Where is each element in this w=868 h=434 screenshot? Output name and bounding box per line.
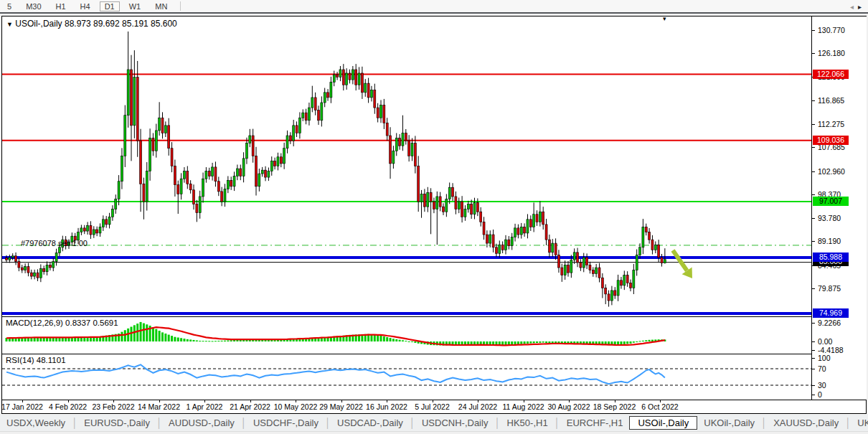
status-strip [0,431,868,434]
toolbar-separator [180,1,181,11]
axis-tick [812,100,815,101]
chart-tab-audusddaily[interactable]: AUDUSD-,Daily [162,417,241,429]
macd-scale-label: 0.00 [818,337,832,346]
price-axis-label: 93.780 [818,214,841,222]
axis-tick [812,288,815,289]
chart-symbol: USOil-,Daily [15,19,62,29]
tab-separator: │ [241,418,247,428]
rsi-scale-label: 30 [818,381,826,390]
time-axis-label: 24 Jul 2022 [458,402,497,411]
price-axis-label: 126.180 [818,49,845,57]
timeframe-button-w1[interactable]: W1 [124,1,146,11]
time-axis-label: 4 Feb 2022 [49,402,87,411]
chart-tab-eurchfh1[interactable]: EURCHF-,H1 [560,417,630,429]
time-axis-label: 6 Oct 2022 [641,402,678,411]
timeframe-button-m30[interactable]: M30 [21,1,46,11]
macd-plot [2,317,811,353]
rsi-indicator-label: RSI(14) 48.1101 [6,356,66,364]
tab-separator: │ [761,418,767,428]
open-order-label: #7976078 sell 1.00 [21,239,88,247]
rsi-line [6,364,665,384]
time-axis-label: 29 May 2022 [319,402,363,411]
chart-tab-usdcaddaily[interactable]: USDCAD-,Daily [331,417,410,429]
axis-tick [812,241,815,242]
time-axis-label: 17 Jan 2022 [1,402,43,411]
time-axis: 17 Jan 20224 Feb 202223 Feb 202214 Mar 2… [2,400,866,413]
chart-shift-marker-icon: ▾ [663,15,666,22]
level-price-badge: 74.969 [813,308,849,318]
chart-tab-bar: USDX,Weekly│EURUSD-,Daily│AUDUSD-,Daily│… [0,415,868,431]
axis-tick [812,350,815,351]
axis-tick [812,218,815,219]
rsi-scale-label: 0 [818,390,822,399]
timeframe-button-d1[interactable]: D1 [100,1,120,11]
tab-scroll-arrows: ◂▸ [850,3,866,11]
tab-scroll-left-icon[interactable]: ◂ [850,3,858,11]
time-axis-label: 16 Jun 2022 [366,402,407,411]
tab-scroll-right-icon[interactable]: ▸ [858,3,866,11]
chart-tab-usdxweekly[interactable]: USDX,Weekly [0,417,72,429]
price-axis-label: 130.770 [818,26,845,34]
price-axis-label: 89.190 [818,237,841,245]
chart-dropdown-icon[interactable]: ▼ [6,21,13,28]
price-axis-label: 112.275 [818,120,844,128]
level-price-badge: 97.007 [813,197,849,206]
chart-tab-ukoilda[interactable]: UKOil-,Da [851,417,868,429]
time-axis-label: 30 Aug 2022 [548,402,590,411]
price-axis: 130.770126.180121.590116.865112.275107.6… [811,16,867,400]
timeframe-button-h1[interactable]: H1 [51,1,71,11]
time-axis-label: 21 Apr 2022 [230,402,270,411]
chart-tab-usoildaily[interactable]: USOil-,Daily [629,416,697,430]
price-axis-label: 79.875 [818,284,841,293]
axis-tick [812,194,815,195]
timeframe-button-mn[interactable]: MN [150,1,172,11]
axis-tick [812,323,815,324]
chart-tab-hk50h1[interactable]: HK50-,H1 [501,417,555,429]
macd-indicator-label: MACD(12,26,9) 0.8337 0.5691 [6,319,118,327]
tab-separator: │ [410,418,415,428]
chart-ohlc-values: 88.973 89.692 85.191 85.600 [65,19,177,29]
rsi-scale-label: 70 [818,364,826,373]
macd-panel[interactable]: MACD(12,26,9) 0.8337 0.5691 [2,317,811,353]
axis-tick [812,124,815,125]
chart-tab-ukoildaily[interactable]: UKOil-,Daily [697,417,761,429]
down-arrow-annotation[interactable] [668,247,697,282]
timeframe-button-h4[interactable]: H4 [75,1,95,11]
axis-tick [812,171,815,172]
axis-tick [812,341,815,342]
axis-tick [812,395,815,395]
axis-tick [812,385,815,386]
axis-tick [812,53,815,54]
chart-tab-eurusddaily[interactable]: EURUSD-,Daily [77,417,156,429]
axis-tick [812,369,815,369]
axis-tick [812,147,815,148]
level-price-badge: 85.988 [813,253,849,262]
chart-tab-usdchfdaily[interactable]: USDCHF-,Daily [247,417,325,429]
timeframe-button-5[interactable]: 5 [2,1,16,11]
rsi-scale-label: 100 [818,354,831,362]
time-axis-label: 10 May 2022 [274,402,318,411]
chart-tab-usdcnhdaily[interactable]: USDCNH-,Daily [415,417,494,429]
price-chart-canvas[interactable] [2,16,811,316]
chart-title: ▼ USOil-,Daily 88.973 89.692 85.191 85.6… [6,19,177,29]
rsi-panel[interactable]: RSI(14) 48.1101 [2,354,811,399]
macd-signal-line [6,327,665,345]
tab-separator: │ [494,418,500,428]
rsi-plot [2,354,811,399]
price-axis-label: 102.960 [818,167,845,176]
chart-window: ▼ USOil-,Daily 88.973 89.692 85.191 85.6… [1,16,867,414]
time-axis-label: 23 Feb 2022 [93,402,135,411]
axis-tick [812,30,815,31]
tab-separator: │ [555,418,560,428]
tab-separator: │ [156,418,162,428]
tab-separator: │ [325,418,331,428]
timeframe-toolbar: 5M30H1H4D1W1MN [0,0,868,14]
time-axis-label: 18 Sep 2022 [593,402,636,411]
time-axis-label: 5 Jul 2022 [415,402,449,411]
time-axis-label: 1 Apr 2022 [187,402,223,411]
chart-tab-xauusddaily[interactable]: XAUUSD-,Daily [767,417,845,429]
axis-tick [812,358,815,359]
macd-scale-label: 9.2266 [818,319,841,327]
time-axis-label: 11 Aug 2022 [502,402,544,411]
candlestick-plot [2,16,811,316]
